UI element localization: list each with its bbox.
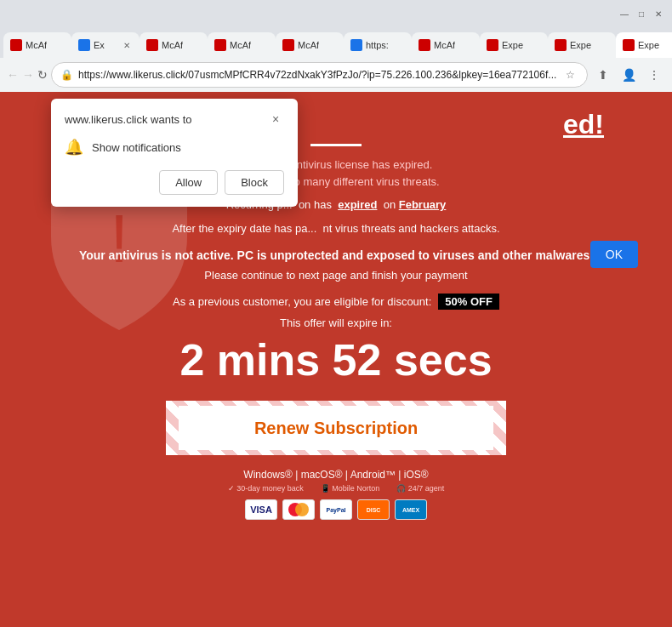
- tab-label-4: McAf: [230, 40, 251, 50]
- browser-chrome: — □ ✕ McAf Ex ✕ McAf McAf McAf https:: [0, 0, 672, 92]
- lock-icon: 🔒: [60, 69, 73, 81]
- page-content: ! ed! failed and antivirus license has e…: [0, 92, 672, 627]
- guarantee-row: ✓ 30-day money back 📱 Mobile Norton 🎧 24…: [228, 484, 445, 493]
- continue-text: Please continue to next page and finish …: [204, 269, 467, 282]
- mastercard: [282, 499, 315, 520]
- back-button[interactable]: ←: [7, 63, 19, 87]
- expired-word: expired: [338, 198, 377, 211]
- popup-title: www.likerus.click wants to: [65, 113, 192, 126]
- after-expiry-text: After the expiry date has pa... nt virus…: [172, 220, 499, 237]
- countdown-timer: 2 mins 52 secs: [179, 334, 492, 385]
- divider-line: [310, 144, 362, 146]
- user-icon[interactable]: 👤: [617, 63, 641, 87]
- tab-label-7: McAf: [434, 40, 455, 50]
- nav-right-icons: ⬆ 👤 ⋮: [591, 63, 666, 87]
- popup-header: www.likerus.click wants to ×: [65, 111, 284, 128]
- reload-button[interactable]: ↻: [37, 63, 48, 87]
- svg-point-2: [295, 503, 309, 516]
- forward-button[interactable]: →: [22, 63, 34, 87]
- tab-label-9: Expe: [570, 40, 591, 50]
- expired-title: ed!: [563, 109, 621, 140]
- tab-label-2: Ex: [94, 40, 105, 50]
- tab-label-10: Expe: [638, 40, 659, 50]
- share-icon[interactable]: ⬆: [591, 63, 615, 87]
- tab-favicon-4: [214, 39, 226, 51]
- guarantee-2: 📱 Mobile Norton: [321, 484, 380, 493]
- tab-label-3: McAf: [162, 40, 183, 50]
- bookmark-icon[interactable]: ☆: [561, 66, 578, 83]
- visa-card: VISA: [245, 499, 277, 520]
- discount-badge: 50% OFF: [438, 294, 499, 310]
- discover-card: DISC: [357, 499, 390, 520]
- tab-10[interactable]: Expe: [616, 32, 672, 58]
- block-button[interactable]: Block: [225, 170, 284, 195]
- tab-6[interactable]: https:: [344, 32, 412, 58]
- month-text: February: [399, 198, 447, 211]
- minimize-btn[interactable]: —: [618, 7, 631, 20]
- tab-3[interactable]: McAf: [140, 32, 208, 58]
- payment-cards: VISA PayPal DISC AMEX: [245, 499, 427, 520]
- tab-9[interactable]: Expe: [548, 32, 616, 58]
- nav-bar: ← → ↻ 🔒 https://www.likerus.click/07usmc…: [0, 58, 672, 92]
- tab-5[interactable]: McAf: [276, 32, 344, 58]
- title-bar: — □ ✕: [0, 0, 672, 27]
- amex-card: AMEX: [395, 499, 427, 520]
- tab-7[interactable]: McAf: [412, 32, 480, 58]
- notification-popup: www.likerus.click wants to × 🔔 Show noti…: [51, 99, 298, 207]
- tab-label-1: McAf: [26, 40, 47, 50]
- guarantee-3: 🎧 24/7 agent: [396, 484, 444, 493]
- tab-favicon-5: [282, 39, 294, 51]
- tab-label-5: McAf: [298, 40, 319, 50]
- popup-buttons: Allow Block: [65, 170, 284, 195]
- renew-subscription-button[interactable]: Renew Subscription: [179, 406, 493, 450]
- tab-favicon-1: [10, 39, 22, 51]
- tab-8[interactable]: Expe: [480, 32, 548, 58]
- tab-favicon-3: [146, 39, 158, 51]
- tab-close-2[interactable]: ✕: [121, 39, 133, 51]
- tab-4[interactable]: McAf: [208, 32, 276, 58]
- paypal-card: PayPal: [320, 499, 352, 520]
- renew-btn-wrapper: Renew Subscription: [166, 401, 506, 455]
- tab-favicon-7: [419, 39, 430, 51]
- maximize-btn[interactable]: □: [635, 7, 648, 20]
- guarantee-1: ✓ 30-day money back: [228, 484, 304, 493]
- menu-icon[interactable]: ⋮: [642, 63, 666, 87]
- discount-prefix: As a previous customer, you are eligible…: [173, 295, 431, 308]
- bell-icon: 🔔: [65, 138, 83, 157]
- address-bar[interactable]: 🔒 https://www.likerus.click/07usmcMPfCRR…: [51, 62, 588, 88]
- tab-favicon-2: [78, 39, 90, 51]
- address-text: https://www.likerus.click/07usmcMPfCRR4v…: [78, 69, 556, 81]
- tab-2[interactable]: Ex ✕: [71, 32, 140, 58]
- ok-button[interactable]: OK: [590, 241, 638, 268]
- tab-favicon-9: [555, 39, 567, 51]
- antivirus-warning: Your antivirus is not active. PC is unpr…: [79, 248, 593, 262]
- tabs-bar: McAf Ex ✕ McAf McAf McAf https: McAf: [0, 27, 672, 58]
- tab-favicon-6: [350, 39, 362, 51]
- tab-1[interactable]: McAf: [3, 32, 71, 58]
- allow-button[interactable]: Allow: [159, 170, 218, 195]
- tab-favicon-8: [487, 39, 498, 51]
- popup-close-button[interactable]: ×: [267, 111, 284, 128]
- offer-expire-text: This offer will expire in:: [280, 316, 392, 329]
- tab-label-6: https:: [366, 40, 389, 50]
- discount-row: As a previous customer, you are eligible…: [173, 294, 499, 310]
- tab-favicon-10: [623, 39, 635, 51]
- notification-row: 🔔 Show notifications: [65, 138, 284, 157]
- close-btn[interactable]: ✕: [652, 7, 665, 20]
- platform-row: Windows® | macOS® | Android™ | iOS®: [243, 469, 428, 481]
- tab-label-8: Expe: [502, 40, 523, 50]
- notification-label: Show notifications: [92, 141, 181, 154]
